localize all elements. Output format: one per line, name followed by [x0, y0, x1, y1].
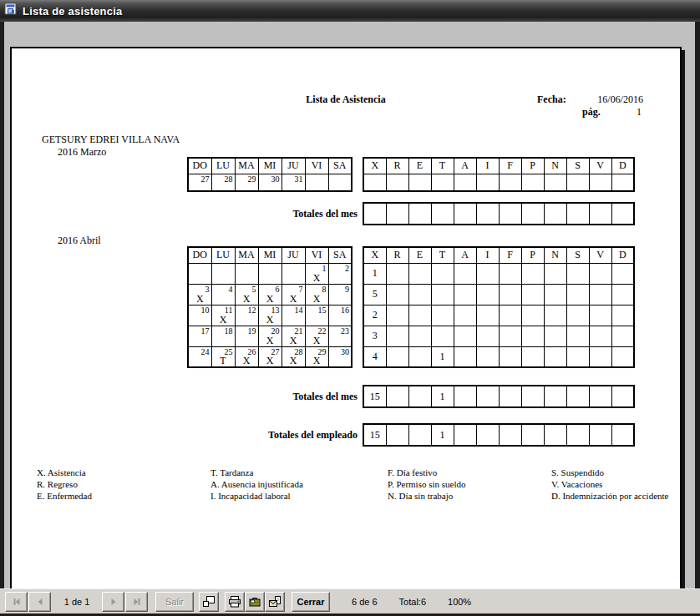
- calendar-table-abril: DOLUMAMIJUVISA1X23X45X6X7X8X91011X1213X1…: [187, 246, 353, 368]
- day-number: 20: [271, 326, 280, 336]
- day-header-cell: VI: [305, 158, 328, 174]
- calendar-day-cell: 29: [235, 174, 258, 191]
- first-page-button[interactable]: [5, 592, 28, 612]
- totals-cell: [589, 424, 611, 446]
- code-value-cell: [521, 326, 544, 346]
- code-value-cell: [566, 174, 589, 191]
- attendance-mark: X: [282, 336, 305, 346]
- previous-page-button[interactable]: [28, 592, 51, 612]
- code-header-cell: N: [544, 247, 566, 263]
- month-totals-grid: [363, 202, 635, 225]
- code-row: 2: [363, 305, 634, 326]
- code-header-cell: S: [566, 158, 589, 174]
- code-value-cell: [521, 174, 544, 191]
- totals-cell: [408, 424, 431, 446]
- day-header-cell: SA: [328, 247, 352, 263]
- day-number: 13: [271, 305, 280, 315]
- record-position: 6 de 6: [352, 597, 378, 607]
- attendance-mark: X: [282, 294, 305, 304]
- day-number: 28: [225, 174, 233, 184]
- day-header-cell: MA: [235, 247, 258, 263]
- day-number: 12: [248, 305, 256, 315]
- legend-item: A. Ausencia injustificada: [211, 478, 303, 490]
- last-page-icon: [132, 597, 142, 607]
- calendar-day-cell: 14: [282, 305, 305, 326]
- code-header-cell: A: [454, 158, 476, 174]
- totals-cell: [589, 386, 611, 407]
- code-header-cell: V: [589, 158, 611, 174]
- week-row: 17181920X21X22X23: [188, 326, 352, 346]
- code-value-cell: [611, 305, 634, 326]
- day-number: 6: [276, 285, 280, 294]
- print-setup-button[interactable]: [245, 592, 265, 612]
- month-label-abril: 2016 Abril: [58, 235, 101, 247]
- legend-item: T. Tardanza: [211, 467, 303, 478]
- toggle-preview-icon: [202, 595, 216, 608]
- code-value-cell: [544, 305, 566, 326]
- code-value-cell: [476, 326, 499, 346]
- day-header-cell: SA: [328, 158, 352, 174]
- code-value-cell: [476, 263, 499, 284]
- code-header-cell: X: [363, 247, 386, 263]
- legend-column: T. TardanzaA. Ausencia injustificadaI. I…: [211, 467, 303, 502]
- legend-column: S. SuspendidoV. VacacionesD. Indemnizaci…: [551, 467, 669, 502]
- day-header-cell: MI: [258, 158, 282, 174]
- report-page: Lista de Asistencia Fecha: 16/06/2016 pá…: [10, 47, 682, 588]
- totals-cell: [611, 424, 634, 446]
- code-header-row: XRETAIFPNSVD: [363, 158, 634, 174]
- totals-cell: [521, 386, 544, 407]
- day-number: 14: [295, 305, 303, 315]
- calendar-day-cell: 26X: [235, 346, 258, 367]
- calendar-day-cell: [282, 263, 305, 284]
- salir-button[interactable]: Salir: [155, 592, 194, 612]
- next-page-icon: [109, 597, 119, 607]
- calendar-day-cell: [211, 263, 235, 284]
- code-value-cell: [454, 263, 476, 284]
- day-number: 16: [341, 305, 349, 315]
- code-value-cell: [521, 263, 544, 284]
- calendar-day-cell: 18: [211, 326, 235, 346]
- code-value-cell: [499, 346, 521, 367]
- legend-item: F. Día festivo: [388, 467, 466, 478]
- attendance-mark: X: [236, 294, 258, 304]
- page-number-value: 1: [596, 106, 642, 119]
- code-value-cell: [589, 305, 611, 326]
- code-value-cell: [408, 284, 431, 305]
- month-label-marzo: 2016 Marzo: [58, 146, 106, 159]
- code-value-cell: [476, 305, 499, 326]
- cerrar-button[interactable]: Cerrar: [292, 592, 330, 612]
- export-button[interactable]: [265, 592, 285, 612]
- last-page-button[interactable]: [125, 592, 148, 612]
- day-number: 5: [252, 285, 256, 294]
- calendar-day-cell: 5X: [235, 284, 258, 305]
- code-row: 41: [363, 346, 634, 367]
- code-value-cell: [454, 326, 476, 346]
- day-number: 1: [322, 264, 327, 273]
- print-button[interactable]: [225, 592, 245, 612]
- code-value-cell: 4: [363, 346, 386, 367]
- totals-cell: [454, 424, 476, 446]
- code-row: 1: [363, 263, 634, 284]
- code-value-cell: [544, 346, 566, 367]
- calendar-day-cell: 7X: [282, 284, 305, 305]
- next-page-button[interactable]: [102, 592, 124, 612]
- attendance-mark: X: [259, 294, 282, 304]
- code-header-cell: D: [611, 247, 634, 263]
- code-value-cell: [521, 346, 544, 367]
- calendar-day-cell: 15: [305, 305, 328, 326]
- totals-cell: [454, 386, 476, 407]
- totals-cell: [521, 424, 544, 446]
- day-number: 23: [341, 326, 349, 336]
- toggle-preview-button[interactable]: [199, 592, 219, 612]
- totals-row: 151: [363, 424, 634, 446]
- code-value-cell: [544, 174, 566, 191]
- report-preview-area: Lista de Asistencia Fecha: 16/06/2016 pá…: [4, 22, 695, 588]
- report-title: Lista de Asistencia: [246, 93, 446, 106]
- code-header-cell: F: [499, 247, 521, 263]
- legend-item: E. Enfermedad: [37, 490, 92, 502]
- code-value-cell: 1: [431, 346, 454, 367]
- code-value-cell: [408, 326, 431, 346]
- attendance-mark: T: [212, 356, 235, 366]
- code-value-cell: 2: [363, 305, 386, 326]
- legend-item: R. Regreso: [37, 478, 92, 490]
